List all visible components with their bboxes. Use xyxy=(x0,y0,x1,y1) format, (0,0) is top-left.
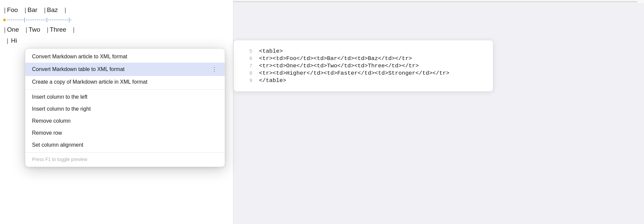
menu-divider-2 xyxy=(25,152,225,153)
pipe: | xyxy=(20,24,27,35)
menu-item-remove-row-label: Remove row xyxy=(32,130,62,136)
cell-hi-text: Hi xyxy=(11,35,17,46)
pipe: | xyxy=(4,5,6,15)
xml-line-num-9: 9 xyxy=(243,78,252,84)
menu-divider-1 xyxy=(25,89,225,90)
menu-item-insert-col-left[interactable]: Insert column to the left xyxy=(25,91,225,103)
menu-footer: Press F1 to toggle preview xyxy=(25,154,225,165)
xml-line-content-8: <tr><td>Higher</td><td>Faster</td><td>St… xyxy=(259,70,449,76)
xml-line-7: 7 <tr><td>One</td><td>Two</td><td>Three<… xyxy=(243,63,484,69)
cell-baz-text: Baz xyxy=(47,5,58,15)
xml-line-num-6: 6 xyxy=(243,56,252,62)
table-partial-row: | Hi xyxy=(3,35,233,46)
menu-item-create-copy[interactable]: Create a copy of Markdown article in XML… xyxy=(25,76,225,88)
menu-item-insert-col-right[interactable]: Insert column to the right xyxy=(25,103,225,115)
pipe: | xyxy=(42,24,49,35)
cell-three-text: Three xyxy=(50,24,66,35)
cell-one-text: One xyxy=(7,24,19,35)
menu-item-create-copy-label: Create a copy of Markdown article in XML… xyxy=(32,79,147,85)
editor-area: | Foo | Bar | Baz | ● ---------|--------… xyxy=(0,0,233,224)
xml-line-content-9: </table> xyxy=(259,77,286,84)
xml-line-5: 5 <table> xyxy=(243,48,484,54)
more-icon: ⋮ xyxy=(211,66,218,73)
table-header-row: | Foo | Bar | Baz | xyxy=(3,5,233,15)
menu-item-set-alignment[interactable]: Set column alignment xyxy=(25,139,225,151)
cell-baz: Baz xyxy=(47,5,58,15)
cell-bar: Bar xyxy=(27,5,37,15)
pipe: | xyxy=(68,24,75,35)
xml-line-num-7: 7 xyxy=(243,63,252,69)
markdown-table: | Foo | Bar | Baz | ● ---------|--------… xyxy=(0,5,233,46)
xml-line-8: 8 <tr><td>Higher</td><td>Faster</td><td>… xyxy=(243,70,484,76)
xml-line-content-6: <tr><td>Foo</td><td>Bar</td><td>Baz</td>… xyxy=(259,55,412,62)
separator-dashes: ---------|-----------|-----------|- xyxy=(7,16,72,23)
xml-panel: 5 <table> 6 <tr><td>Foo</td><td>Bar</td>… xyxy=(233,40,493,92)
xml-line-content-7: <tr><td>One</td><td>Two</td><td>Three</t… xyxy=(259,63,419,69)
cell-three: Three xyxy=(50,24,66,35)
cursor-dot: ● xyxy=(3,15,6,24)
menu-item-remove-row[interactable]: Remove row xyxy=(25,127,225,139)
pipe: | xyxy=(39,5,46,15)
xml-line-6: 6 <tr><td>Foo</td><td>Bar</td><td>Baz</t… xyxy=(243,55,484,62)
menu-item-set-alignment-label: Set column alignment xyxy=(32,142,83,148)
menu-item-convert-article[interactable]: Convert Markdown article to XML format xyxy=(25,51,225,63)
menu-item-convert-table-label: Convert Markdown table to XML format xyxy=(32,66,125,72)
pipe: | xyxy=(59,5,66,15)
menu-item-convert-article-label: Convert Markdown article to XML format xyxy=(32,54,127,60)
pipe: | xyxy=(7,35,8,46)
menu-item-remove-column-label: Remove column xyxy=(32,118,71,124)
cell-foo-text: Foo xyxy=(7,5,18,15)
table-separator: ● ---------|-----------|-----------|- xyxy=(3,15,233,24)
pipe: | xyxy=(4,24,6,35)
xml-line-num-8: 8 xyxy=(243,71,252,76)
context-menu: Convert Markdown article to XML format C… xyxy=(25,48,225,167)
menu-item-remove-column[interactable]: Remove column xyxy=(25,115,225,127)
cell-foo: Foo xyxy=(7,5,18,15)
menu-item-convert-table[interactable]: Convert Markdown table to XML format ⋮ xyxy=(25,63,225,76)
footer-hint-text: Press F1 to toggle preview xyxy=(32,157,87,162)
menu-item-insert-col-left-label: Insert column to the left xyxy=(32,94,87,100)
xml-line-9: 9 </table> xyxy=(243,77,484,84)
pipe: | xyxy=(19,5,26,15)
cell-bar-text: Bar xyxy=(27,5,37,15)
cell-two: Two xyxy=(29,24,40,35)
table-data-row-1: | One | Two | Three | xyxy=(3,24,233,35)
menu-item-insert-col-right-label: Insert column to the right xyxy=(32,106,91,112)
xml-line-num-5: 5 xyxy=(243,49,252,54)
xml-line-content-5: <table> xyxy=(259,48,283,54)
cell-two-text: Two xyxy=(29,24,40,35)
cell-one: One xyxy=(7,24,19,35)
